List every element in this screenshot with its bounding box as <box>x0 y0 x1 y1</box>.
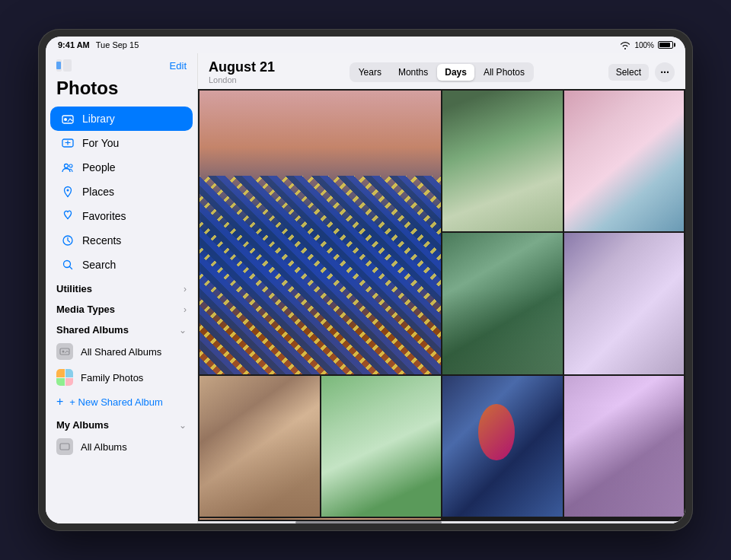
photo-date-info: August 21 London <box>209 59 275 84</box>
svg-point-12 <box>62 351 65 353</box>
scroll-indicator <box>198 521 685 523</box>
sidebar-item-for-you-label: For You <box>82 137 119 149</box>
new-shared-album-button[interactable]: + + New Shared Album <box>46 390 197 413</box>
all-albums-label: All Albums <box>81 441 127 453</box>
svg-rect-1 <box>63 59 72 72</box>
shared-albums-section-header[interactable]: Shared Albums ⌄ <box>46 318 197 339</box>
utilities-title: Utilities <box>56 283 92 294</box>
media-types-section-header[interactable]: Media Types › <box>46 298 197 318</box>
sidebar-item-for-you[interactable]: For You <box>50 131 193 155</box>
ipad-frame: 9:41 AM Tue Sep 15 100% <box>38 29 693 531</box>
family-photos-label: Family Photos <box>81 372 143 383</box>
select-button[interactable]: Select <box>608 64 649 81</box>
battery-fill <box>659 43 670 47</box>
tab-all-photos[interactable]: All Photos <box>476 64 532 81</box>
sidebar-item-favorites[interactable]: Favorites <box>50 204 193 228</box>
sidebar-item-library-label: Library <box>82 113 115 125</box>
photo-header: August 21 London Years Months Days All P… <box>198 53 685 89</box>
tab-years[interactable]: Years <box>351 64 389 81</box>
sidebar: Edit Photos Library <box>46 53 198 523</box>
wifi-icon <box>620 41 630 49</box>
svg-point-7 <box>69 164 72 167</box>
svg-point-4 <box>64 118 67 121</box>
status-time: 9:41 AM <box>58 40 90 49</box>
sidebar-item-family-photos[interactable]: Family Photos <box>46 364 197 390</box>
sidebar-item-recents[interactable]: Recents <box>50 228 193 253</box>
main-area: Edit Photos Library <box>46 53 685 523</box>
tab-months[interactable]: Months <box>391 64 436 81</box>
sidebar-item-recents-label: Recents <box>82 234 121 247</box>
photo-cell-10[interactable] <box>200 518 441 520</box>
sidebar-item-all-shared[interactable]: All Shared Albums <box>46 339 197 364</box>
sidebar-item-search[interactable]: Search <box>50 253 193 277</box>
photo-date: August 21 <box>209 59 275 75</box>
svg-point-8 <box>67 189 69 192</box>
battery-percent: 100% <box>634 41 654 49</box>
more-button[interactable]: ··· <box>655 62 675 82</box>
photo-cell-8[interactable] <box>442 376 563 517</box>
sidebar-item-people-label: People <box>82 161 116 173</box>
sidebar-toggle-icon[interactable] <box>56 59 72 72</box>
sidebar-item-people[interactable]: People <box>50 155 193 180</box>
view-tabs: Years Months Days All Photos <box>350 62 534 82</box>
my-albums-title: My Albums <box>56 419 109 431</box>
status-icons: 100% <box>620 41 673 49</box>
sidebar-header: Edit <box>46 53 197 75</box>
family-photos-icon <box>56 369 73 386</box>
library-icon <box>61 112 75 126</box>
photo-location: London <box>209 75 275 84</box>
utilities-section-header[interactable]: Utilities › <box>46 277 197 298</box>
for-you-icon <box>61 136 75 150</box>
svg-point-6 <box>65 164 69 168</box>
sidebar-item-all-albums[interactable]: All Albums <box>46 434 197 460</box>
all-shared-label: All Shared Albums <box>81 346 161 358</box>
shared-albums-title: Shared Albums <box>56 324 129 336</box>
photo-cell-7[interactable] <box>321 376 442 517</box>
edit-button[interactable]: Edit <box>170 60 187 72</box>
svg-rect-13 <box>60 444 69 450</box>
all-albums-icon <box>56 438 73 455</box>
ipad-screen: 9:41 AM Tue Sep 15 100% <box>46 37 685 523</box>
sidebar-title: Photos <box>46 75 197 107</box>
favorites-icon <box>61 209 75 223</box>
all-shared-icon <box>56 343 73 360</box>
tab-days[interactable]: Days <box>437 64 474 81</box>
shared-albums-chevron: ⌄ <box>179 325 187 336</box>
svg-rect-2 <box>56 62 61 69</box>
sidebar-item-places-label: Places <box>82 186 114 198</box>
sidebar-item-search-label: Search <box>82 259 116 271</box>
search-icon <box>61 258 75 272</box>
sidebar-item-places[interactable]: Places <box>50 180 193 204</box>
status-date: Tue Sep 15 <box>96 40 139 49</box>
recents-icon <box>61 234 75 247</box>
photo-area: August 21 London Years Months Days All P… <box>198 53 685 523</box>
photo-grid <box>198 89 685 521</box>
media-types-chevron: › <box>184 304 187 315</box>
new-shared-album-label: + New Shared Album <box>69 396 162 408</box>
sidebar-item-library[interactable]: Library <box>50 107 193 131</box>
media-types-title: Media Types <box>56 304 115 315</box>
photo-cell-5[interactable] <box>564 233 685 374</box>
my-albums-chevron: ⌄ <box>179 420 187 431</box>
places-icon <box>61 185 75 199</box>
scroll-track <box>295 521 442 523</box>
my-albums-section-header[interactable]: My Albums ⌄ <box>46 413 197 434</box>
photo-cell-2[interactable] <box>442 91 563 231</box>
photo-cell-4[interactable] <box>442 233 563 374</box>
utilities-chevron: › <box>184 284 187 294</box>
photo-cell-3[interactable] <box>564 91 685 231</box>
photo-cell-9[interactable] <box>564 376 685 517</box>
status-bar: 9:41 AM Tue Sep 15 100% <box>46 37 685 53</box>
sidebar-item-favorites-label: Favorites <box>82 210 126 222</box>
battery-icon <box>658 41 673 49</box>
photo-cell-6[interactable] <box>200 376 320 517</box>
people-icon <box>61 161 75 174</box>
photo-cell-1[interactable] <box>200 91 441 374</box>
photo-actions: Select ··· <box>608 62 675 82</box>
